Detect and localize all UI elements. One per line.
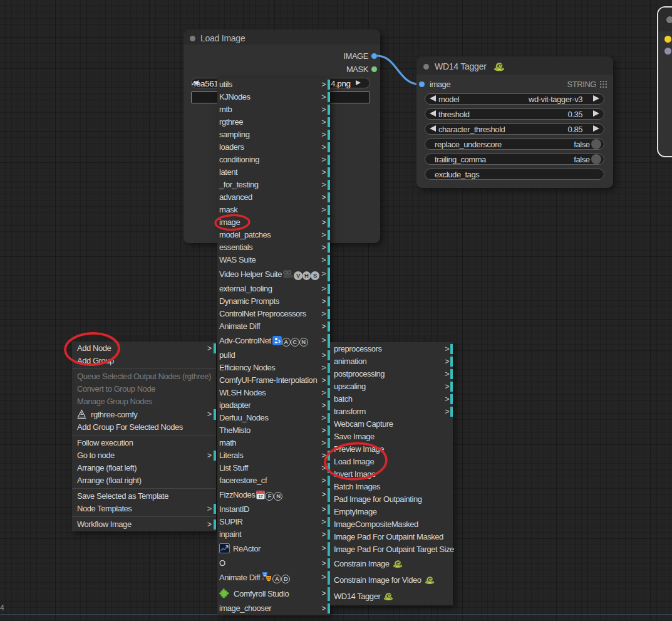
svg-text:17: 17: [259, 494, 263, 499]
